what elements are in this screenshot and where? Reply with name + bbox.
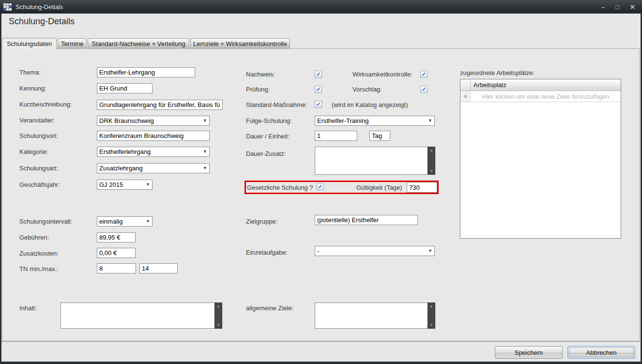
chevron-down-icon: ▼: [203, 166, 207, 170]
geschaeftsjahr-select[interactable]: GJ 2015 ▼: [97, 180, 153, 190]
pruefung-label: Prüfung:: [246, 86, 270, 93]
kategorie-select[interactable]: Ersthelferlehrgang ▼: [97, 147, 210, 157]
tab-standard-nachweise[interactable]: Standard-Nachweise + Verteilung: [88, 38, 189, 49]
kennung-input[interactable]: [97, 83, 153, 93]
schulungsintervall-select[interactable]: einmalig ▼: [97, 216, 153, 227]
allgemeine-ziele-label: allgemeine Ziele:: [246, 304, 293, 312]
gebuehren-label: Gebühren:: [19, 234, 49, 241]
scroll-up-icon: ▲: [429, 304, 433, 308]
kategorie-label: Kategorie:: [19, 148, 48, 155]
dauer-zusatz-textarea[interactable]: [315, 147, 428, 175]
check-icon: ✓: [422, 71, 426, 77]
allgemeine-ziele-scrollbar[interactable]: ▲ ▼: [428, 303, 435, 329]
dauer-label: Dauer / Einheit:: [246, 133, 290, 140]
standard-massnahme-label: Standard-Maßnahme:: [246, 101, 307, 108]
chevron-down-icon: ▼: [146, 182, 150, 187]
schulungsart-select[interactable]: Zusatzlehrgang ▼: [97, 163, 210, 173]
tn-label: TN min./max.:: [19, 265, 59, 273]
minimize-icon[interactable]: –: [601, 3, 605, 11]
kurzbeschreibung-label: Kurzbeschreibung:: [19, 101, 72, 108]
veranstalter-value: DRK Braunschweig: [99, 117, 154, 124]
schulungsart-label: Schulungsart:: [19, 165, 58, 172]
folge-schulung-label: Folge-Schulung:: [246, 117, 292, 124]
maximize-icon[interactable]: □: [615, 3, 619, 11]
window-controls: – □ ✕: [601, 0, 635, 14]
folge-schulung-value: Ersthelfer-Training: [317, 117, 368, 124]
zusatzkosten-input[interactable]: [97, 248, 136, 258]
tn-max-input[interactable]: [139, 263, 178, 273]
vorschlag-checkbox[interactable]: ✓: [420, 86, 428, 93]
geschaeftsjahr-value: GJ 2015: [99, 181, 123, 188]
allgemeine-ziele-textarea[interactable]: [315, 303, 428, 329]
check-icon: ✓: [316, 86, 321, 92]
check-icon: ✓: [316, 101, 321, 107]
thema-label: Thema:: [19, 69, 41, 76]
gesetzliche-schulung-label: Gesetzliche Schulung ?: [247, 184, 313, 191]
schulungsart-value: Zusatzlehrgang: [99, 165, 143, 172]
wirksamkeitkontrolle-label: Wirksamkeitkontrolle:: [352, 71, 413, 78]
close-icon[interactable]: ✕: [630, 3, 635, 11]
schulungsintervall-value: einmalig: [99, 218, 122, 225]
schulungsort-input[interactable]: [97, 131, 210, 141]
dauer-input[interactable]: [315, 131, 357, 141]
scroll-down-icon: ▼: [216, 323, 220, 327]
inhalt-textarea[interactable]: [61, 303, 215, 329]
save-button[interactable]: Speichern: [495, 346, 563, 359]
kurzbeschreibung-input[interactable]: [97, 100, 223, 110]
page-title: Schulung-Details: [9, 16, 75, 27]
tab-lernziele[interactable]: Lernziele + Wirksamkeitskontrolle: [190, 38, 290, 49]
veranstalter-select[interactable]: DRK Braunschweig ▼: [97, 116, 210, 126]
table-header-row: Arbeitsplatz: [460, 79, 621, 91]
scroll-down-icon: ▼: [429, 323, 433, 327]
check-icon: ✓: [318, 183, 322, 190]
tab-termine[interactable]: Termine: [58, 38, 87, 49]
tn-min-input[interactable]: [97, 263, 136, 273]
katalog-note: (wird im Katalog angezeigt): [332, 101, 408, 108]
folge-schulung-select[interactable]: Ersthelfer-Training ▼: [315, 116, 435, 126]
vorschlag-label: Vorschlag:: [352, 86, 382, 93]
chevron-down-icon: ▼: [428, 118, 432, 123]
einheit-input[interactable]: [369, 131, 390, 141]
column-header-arbeitsplatz[interactable]: Arbeitsplatz: [471, 79, 621, 91]
standard-massnahme-checkbox[interactable]: ✓: [315, 101, 322, 108]
chevron-down-icon: ▼: [203, 118, 207, 123]
app-grid-icon: [3, 3, 12, 11]
veranstalter-label: Veranstalter:: [19, 117, 55, 124]
schulungsintervall-label: Schulungsintervall:: [19, 218, 72, 225]
chevron-down-icon: ▼: [428, 248, 432, 253]
geschaeftsjahr-label: Geschäftsjahr:: [19, 181, 60, 188]
wirksamkeitkontrolle-checkbox[interactable]: ✓: [420, 71, 428, 78]
new-row-asterisk-icon: ✳: [460, 91, 471, 102]
gebuehren-input[interactable]: [97, 232, 136, 243]
window-title: Schulung-Detials: [15, 3, 63, 11]
scroll-up-icon: ▲: [216, 304, 220, 308]
inhalt-label: Inhalt:: [19, 304, 36, 312]
zielgruppe-label: Zielgruppe:: [246, 218, 277, 225]
cancel-button[interactable]: Abbrechen: [567, 346, 635, 359]
thema-input[interactable]: [97, 67, 195, 77]
gueltigkeit-input[interactable]: [407, 182, 437, 193]
tab-schulungsdaten[interactable]: Schulungsdaten: [2, 38, 57, 49]
arbeitsplaetze-table: Arbeitsplatz ✳ Hier klicken um eine neue…: [460, 79, 621, 239]
inhalt-scrollbar[interactable]: ▲ ▼: [214, 303, 222, 329]
scroll-down-icon: ▼: [429, 169, 433, 173]
einzelaufgabe-select[interactable]: - ▼: [315, 246, 435, 256]
check-icon: ✓: [422, 86, 426, 92]
zusatzkosten-label: Zusatzkosten:: [19, 250, 59, 257]
einzelaufgabe-value: -: [317, 247, 319, 255]
kategorie-value: Ersthelferlehrgang: [99, 148, 151, 155]
pruefung-checkbox[interactable]: ✓: [315, 86, 322, 93]
nachweis-checkbox[interactable]: ✓: [315, 71, 322, 78]
kennung-label: Kennung:: [19, 85, 46, 92]
chevron-down-icon: ▼: [203, 149, 207, 154]
schulung-details-window: Schulung-Detials – □ ✕ Schulung-Details …: [0, 0, 642, 364]
schulungsort-label: Schulungsort:: [19, 132, 58, 139]
gesetzliche-schulung-checkbox[interactable]: ✓: [317, 183, 324, 190]
arbeitsplaetze-label: zugeordnete Arbeitsplätze:: [460, 69, 535, 76]
zielgruppe-input[interactable]: [315, 215, 418, 225]
dauer-zusatz-scrollbar[interactable]: ▲ ▼: [428, 147, 435, 175]
nachweis-label: Nachweis:: [246, 71, 275, 78]
new-row[interactable]: ✳ Hier klicken um eine neue Zeile hinzuz…: [460, 91, 621, 102]
title-bar: Schulung-Detials: [0, 0, 642, 14]
chevron-down-icon: ▼: [146, 219, 150, 224]
